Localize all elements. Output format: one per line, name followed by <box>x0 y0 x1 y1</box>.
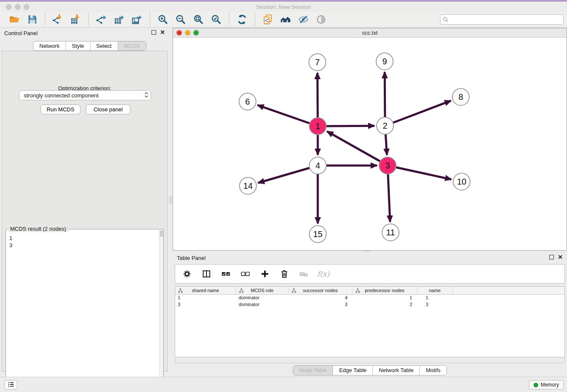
column-header-name[interactable]: name <box>417 287 453 294</box>
export-table-button[interactable] <box>113 13 126 26</box>
zoom-in-button[interactable] <box>156 13 170 26</box>
column-layout-button[interactable] <box>201 268 212 280</box>
column-type-icon <box>355 288 360 293</box>
column-type-icon <box>239 288 244 293</box>
import-network-icon <box>52 14 63 25</box>
graph-node-1[interactable]: 1 <box>309 117 327 135</box>
table-row[interactable]: 1dominator411 <box>175 295 564 301</box>
export-image-button[interactable] <box>130 13 144 26</box>
graph-node-11[interactable]: 11 <box>382 224 399 241</box>
first-neighbors-button[interactable] <box>279 13 292 26</box>
float-table-panel-icon[interactable] <box>549 255 554 259</box>
zoom-selected-button[interactable] <box>209 13 223 26</box>
import-table-button[interactable] <box>69 13 83 26</box>
graph-node-8[interactable]: 8 <box>452 88 470 106</box>
toolbar-separator <box>150 13 150 26</box>
close-table-panel-icon[interactable]: ✕ <box>558 255 563 259</box>
vertical-splitter-grip[interactable] <box>169 196 172 203</box>
graph-node-15[interactable]: 15 <box>309 225 327 243</box>
column-header-MCDS-role[interactable]: MCDS role <box>236 287 289 294</box>
select-all-rows-button[interactable] <box>220 268 232 280</box>
column-layout-icon <box>202 269 211 279</box>
tab-select[interactable]: Select <box>91 41 118 50</box>
deselect-all-rows-icon <box>241 269 250 279</box>
save-session-button[interactable] <box>25 13 39 26</box>
result-scrollbar[interactable] <box>159 230 163 390</box>
column-header-successor-nodes[interactable]: successor nodes <box>289 287 352 294</box>
network-maximize-button[interactable]: + <box>193 30 199 36</box>
cell-successor-nodes[interactable]: 4 <box>289 295 352 301</box>
graph-node-7[interactable]: 7 <box>308 53 326 71</box>
graph-node-2[interactable]: 2 <box>376 117 394 135</box>
network-canvas[interactable]: 7968124314101511 <box>173 38 567 250</box>
cell-predecessor-nodes[interactable]: 1 <box>352 295 417 301</box>
tab-node-table[interactable]: Node Table <box>293 366 333 375</box>
network-file-title: scc.txt <box>173 30 567 36</box>
deselect-all-rows-button[interactable] <box>239 268 251 280</box>
show-graphics-details-icon <box>316 14 327 25</box>
cell-MCDS-role[interactable]: dominator <box>236 295 289 301</box>
edge-4-14[interactable] <box>258 166 318 183</box>
memory-button[interactable]: Memory <box>529 380 564 389</box>
export-network-button[interactable] <box>95 13 108 26</box>
cell-MCDS-role[interactable]: dominator <box>236 301 289 308</box>
column-label: shared name <box>192 288 219 293</box>
graph-node-3[interactable]: 3 <box>379 157 396 174</box>
cell-shared-name[interactable]: 1 <box>175 295 236 301</box>
function-icon: f(x) <box>317 270 329 278</box>
network-close-button[interactable]: ✕ <box>176 30 182 36</box>
cell-predecessor-nodes[interactable]: 2 <box>352 301 417 308</box>
refresh-view-button[interactable] <box>235 13 249 26</box>
table-row[interactable]: 3dominator323 <box>175 301 564 308</box>
zoom-fit-button[interactable] <box>192 13 205 26</box>
clone-network-button[interactable] <box>261 13 275 26</box>
cell-shared-name[interactable]: 3 <box>175 301 236 308</box>
first-neighbors-icon <box>280 14 291 25</box>
table-settings-icon <box>182 269 192 279</box>
open-file-button[interactable] <box>8 13 21 26</box>
edge-1-6[interactable] <box>258 105 318 126</box>
tab-style[interactable]: Style <box>66 41 91 50</box>
graph-node-6[interactable]: 6 <box>239 93 256 110</box>
graph-node-10[interactable]: 10 <box>453 173 471 190</box>
hide-graphics-details-button[interactable] <box>297 13 310 26</box>
close-panel-button[interactable]: Close panel <box>86 105 130 114</box>
table-settings-button[interactable] <box>181 268 193 280</box>
table-hscrollbar[interactable] <box>175 357 565 363</box>
list-icon <box>7 381 15 389</box>
zoom-window-button[interactable] <box>24 4 29 10</box>
tab-network-table[interactable]: Network Table <box>373 366 420 375</box>
minimize-window-button[interactable] <box>15 4 20 10</box>
column-header-empty <box>453 287 564 294</box>
graph-node-9[interactable]: 9 <box>376 52 394 70</box>
mcds-result-box: MCDS result (2 nodes) 1 3 <box>6 229 164 391</box>
add-column-button[interactable] <box>259 268 271 280</box>
graph-node-14[interactable]: 14 <box>239 177 257 195</box>
control-panel-header: Control Panel ✕ <box>0 28 169 38</box>
criterion-dropdown[interactable]: strongly connected component <box>19 90 151 100</box>
edge-3-10[interactable] <box>388 166 451 179</box>
search-input[interactable] <box>440 14 564 25</box>
cell-successor-nodes[interactable]: 3 <box>289 301 352 308</box>
column-header-predecessor-nodes[interactable]: predecessor nodes <box>352 287 417 294</box>
cell-name[interactable]: 1 <box>417 295 453 301</box>
edge-3-1[interactable] <box>327 131 388 166</box>
edge-2-8[interactable] <box>385 101 451 126</box>
column-header-shared-name[interactable]: shared name <box>175 287 236 294</box>
tab-motifs[interactable]: Motifs <box>420 366 446 375</box>
graph-node-4[interactable]: 4 <box>309 157 327 174</box>
import-network-button[interactable] <box>51 13 65 26</box>
tab-edge-table[interactable]: Edge Table <box>333 366 373 375</box>
tab-network[interactable]: Network <box>33 41 66 50</box>
zoom-out-button[interactable] <box>174 13 187 26</box>
close-window-button[interactable] <box>6 4 11 10</box>
close-panel-icon[interactable]: ✕ <box>160 30 165 35</box>
task-history-button[interactable] <box>4 380 17 389</box>
run-mcds-button[interactable]: Run MCDS <box>41 105 80 114</box>
network-minimize-button[interactable]: − <box>185 30 190 36</box>
window-controls[interactable] <box>6 4 29 10</box>
cell-name[interactable]: 3 <box>417 301 453 308</box>
tab-mcds[interactable]: MCDS <box>118 41 146 50</box>
float-panel-icon[interactable] <box>151 30 156 35</box>
delete-column-button[interactable] <box>278 268 290 280</box>
